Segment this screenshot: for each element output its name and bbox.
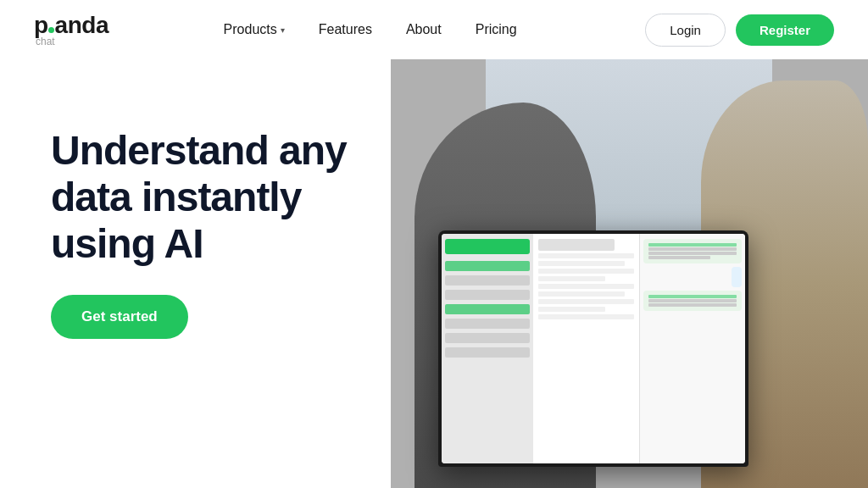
laptop-sidebar-item — [445, 319, 529, 329]
nav-features[interactable]: Features — [305, 15, 386, 44]
header: p anda chat Products ▾ Features About Pr… — [0, 0, 868, 59]
laptop-doc-line — [538, 307, 605, 312]
laptop-doc-line — [538, 276, 605, 281]
main-content: Understand any data instantly using AI G… — [0, 59, 868, 488]
laptop-doc-line — [538, 284, 634, 289]
laptop-sidebar-item — [445, 275, 529, 286]
nav-about[interactable]: About — [392, 15, 455, 44]
laptop-chat-panel — [639, 234, 745, 463]
nav-pricing[interactable]: Pricing — [462, 15, 531, 44]
nav-products[interactable]: Products ▾ — [210, 15, 298, 44]
laptop-sidebar — [442, 234, 532, 463]
laptop-sidebar-item — [445, 304, 529, 314]
laptop-doc-line — [538, 314, 634, 319]
get-started-button[interactable]: Get started — [51, 295, 188, 339]
chevron-down-icon: ▾ — [281, 25, 285, 35]
laptop-sidebar-item — [445, 333, 529, 343]
laptop — [438, 230, 748, 466]
laptop-doc-line — [538, 261, 625, 266]
laptop-sidebar-item — [445, 347, 529, 358]
register-button[interactable]: Register — [736, 14, 834, 46]
laptop-doc-line — [538, 291, 625, 297]
laptop-chat-bubble-user — [732, 267, 742, 287]
logo[interactable]: p anda chat — [34, 12, 108, 47]
laptop-sidebar-item — [445, 290, 529, 300]
hero-title: Understand any data instantly using AI — [51, 127, 400, 268]
main-nav: Products ▾ Features About Pricing — [210, 15, 531, 44]
hero-image — [391, 59, 868, 488]
laptop-chat-bubble-ai — [643, 239, 742, 263]
logo-text-rest: anda — [55, 12, 108, 39]
laptop-panda-logo — [445, 239, 529, 254]
laptop-screen — [442, 234, 745, 463]
laptop-chat-bubble-ai — [643, 291, 742, 311]
laptop-doc-line — [538, 299, 634, 304]
laptop-doc-line — [538, 253, 634, 258]
laptop-main-content — [533, 234, 639, 463]
login-button[interactable]: Login — [645, 14, 726, 47]
logo-dot-icon — [48, 27, 54, 33]
hero-background — [391, 59, 868, 488]
laptop-sidebar-item — [445, 261, 529, 271]
hero-left: Understand any data instantly using AI G… — [0, 59, 434, 373]
laptop-doc-header — [538, 239, 615, 251]
nav-buttons: Login Register — [645, 14, 834, 47]
logo-subtitle: chat — [36, 36, 55, 47]
laptop-doc-line — [538, 269, 634, 274]
